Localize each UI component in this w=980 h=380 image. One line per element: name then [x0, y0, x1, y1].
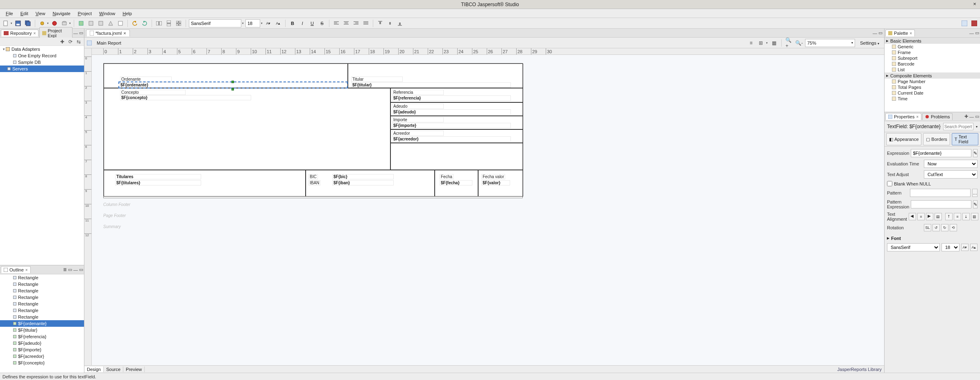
outline-item[interactable]: $F{titular} — [0, 327, 84, 333]
close-icon[interactable]: × — [123, 31, 126, 36]
panel-min-icon[interactable]: — — [969, 114, 974, 119]
tool-a[interactable] — [87, 19, 95, 27]
canvas-textfield[interactable]: $F{acreedor} — [392, 136, 511, 142]
repository-tree[interactable]: ▾Data Adapters One Empty Record Sample D… — [0, 46, 84, 265]
rot-left-button[interactable]: ↺ — [932, 224, 940, 231]
panel-min-icon[interactable]: — — [873, 31, 877, 36]
compile-button[interactable] — [77, 19, 85, 27]
prop-adjust-select[interactable]: CutText — [924, 170, 978, 179]
canvas-label[interactable]: IBAN — [309, 180, 320, 185]
search-property-input[interactable] — [943, 123, 973, 130]
new-button[interactable] — [2, 19, 10, 27]
halign-justify-button[interactable]: ▤ — [935, 213, 942, 220]
pattern-button[interactable]: … — [972, 189, 978, 197]
canvas-textfield[interactable]: $F{titulares} — [115, 180, 201, 185]
zoom-combo[interactable]: 75%▾ — [805, 39, 855, 47]
tool-c[interactable] — [107, 19, 115, 27]
font-name-select[interactable]: SansSerif — [887, 243, 940, 251]
ptab-appearance[interactable]: ◧Appearance — [886, 133, 921, 145]
rot-none-button[interactable]: SL — [924, 224, 931, 231]
tab-project-explorer[interactable]: Project Expl — [39, 27, 73, 39]
font-size-select[interactable]: 18 — [941, 243, 960, 251]
view-mode-a-icon[interactable]: ≡ — [747, 39, 755, 47]
build-dropdown[interactable]: ▾ — [47, 22, 49, 25]
editor-tab-factura[interactable]: *factura.jrxml × — [86, 29, 130, 36]
props-tool-new-icon[interactable]: ✚ — [964, 114, 968, 119]
tab-problems[interactable]: Problems — [922, 113, 953, 120]
canvas-textfield[interactable]: $F{iban} — [332, 180, 394, 185]
tree-node[interactable]: Sample DB — [0, 59, 84, 66]
valign-bot-button[interactable] — [396, 19, 404, 27]
halign-right-button[interactable]: ⯈ — [926, 213, 933, 220]
canvas-label[interactable]: Ordenante — [120, 77, 172, 82]
palette-item[interactable]: Subreport — [885, 55, 980, 61]
palette-group-composite[interactable]: ▸ Composite Elements — [885, 72, 980, 79]
canvas-label[interactable]: Fecha — [440, 174, 454, 179]
view-mode-dropdown[interactable]: ▾ — [766, 41, 768, 45]
outline-item[interactable]: Rectangle — [0, 307, 84, 314]
tab-source[interactable]: Source — [104, 366, 123, 372]
outline-item[interactable]: Rectangle — [0, 301, 84, 307]
italic-button[interactable]: I — [298, 19, 306, 27]
valign-bot-button[interactable]: ⤓ — [962, 213, 970, 220]
font-size-dropdown[interactable]: ▾ — [261, 22, 263, 25]
outline-tree[interactable]: RectangleRectangleRectangleRectangleRect… — [0, 274, 84, 373]
font-name-dropdown[interactable]: ▾ — [242, 22, 244, 25]
container-h-button[interactable] — [155, 19, 163, 27]
tab-palette[interactable]: Palette × — [885, 29, 915, 36]
outline-view-mode-b-icon[interactable]: ▭ — [68, 267, 72, 272]
rot-upside-button[interactable]: ⟲ — [950, 224, 957, 231]
outline-item[interactable]: $F{referencia} — [0, 333, 84, 340]
panel-min-icon[interactable]: — — [73, 267, 78, 272]
band-summary[interactable]: Summary — [103, 224, 873, 229]
align-center-button[interactable] — [342, 19, 350, 27]
prop-pexpr-input[interactable] — [911, 200, 971, 208]
panel-min-icon[interactable]: — — [969, 31, 974, 36]
prop-blank-checkbox[interactable] — [887, 181, 892, 186]
close-icon[interactable]: × — [34, 31, 36, 36]
panel-max-icon[interactable]: ▭ — [878, 30, 882, 36]
canvas-label[interactable]: Fecha valor — [481, 174, 505, 179]
canvas-label[interactable]: Titular — [351, 77, 403, 82]
bold-button[interactable]: B — [288, 19, 297, 27]
zoom-in-icon[interactable]: 🔍+ — [785, 39, 793, 47]
font-dec-button[interactable]: A▾ — [961, 244, 969, 251]
perspective-a[interactable] — [960, 19, 969, 27]
rot-right-button[interactable]: ↻ — [941, 224, 948, 231]
palette-item[interactable]: Total Pages — [885, 84, 980, 90]
tree-node-data-adapters[interactable]: ▾Data Adapters — [0, 46, 84, 52]
window-close-button[interactable]: × — [972, 1, 978, 7]
align-right-button[interactable] — [352, 19, 360, 27]
selection-handle[interactable] — [231, 88, 234, 90]
canvas-textfield[interactable]: $F{concepto} — [120, 95, 251, 100]
repo-tool-add-icon[interactable]: ✚ — [59, 39, 65, 45]
save-all-button[interactable] — [24, 19, 32, 27]
canvas-textfield[interactable]: $F{fecha} — [440, 180, 472, 185]
prop-expression-input[interactable] — [911, 149, 971, 157]
outline-item[interactable]: $F{acreedor} — [0, 353, 84, 360]
palette-group-basic[interactable]: ▸ Basic Elements — [885, 38, 980, 44]
panel-max-icon[interactable]: ▭ — [79, 267, 83, 272]
menu-project[interactable]: Project — [75, 10, 95, 17]
font-name-combo[interactable] — [189, 19, 241, 27]
panel-min-icon[interactable]: — — [73, 31, 78, 36]
settings-button[interactable]: Settings ▾ — [858, 40, 882, 46]
container-grid-button[interactable] — [175, 19, 183, 27]
outline-item[interactable]: Rectangle — [0, 274, 84, 281]
repo-tool-refresh-icon[interactable]: ⟳ — [68, 39, 73, 45]
canvas-label[interactable]: BIC — [309, 174, 318, 179]
perspective-b[interactable] — [970, 19, 978, 27]
align-left-button[interactable] — [332, 19, 340, 27]
prop-eval-select[interactable]: Now — [924, 160, 978, 168]
font-section[interactable]: ▸ Font — [887, 234, 978, 241]
canvas-textfield[interactable]: $F{titular} — [351, 82, 511, 88]
palette-item[interactable]: Barcode — [885, 61, 980, 67]
search-dropdown[interactable]: ▾ — [976, 125, 978, 129]
tool-b[interactable] — [97, 19, 105, 27]
palette-item[interactable]: List — [885, 67, 980, 72]
canvas-label[interactable]: Titulares — [115, 174, 201, 179]
canvas-textfield[interactable]: $F{valor} — [481, 180, 510, 185]
menu-window[interactable]: Window — [96, 10, 118, 17]
new-dropdown[interactable]: ▾ — [11, 22, 12, 25]
menu-help[interactable]: Help — [119, 10, 135, 17]
